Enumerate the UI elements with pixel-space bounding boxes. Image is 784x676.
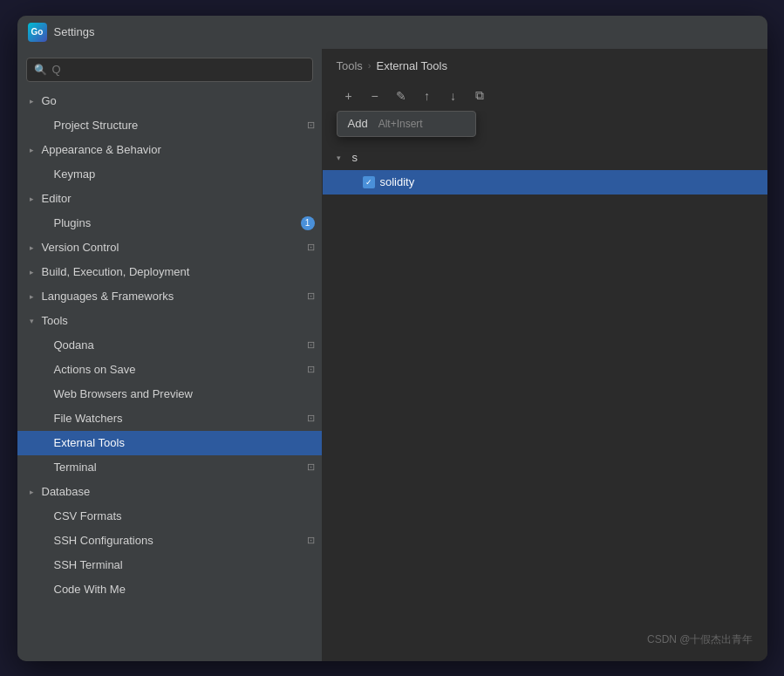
tree-item-checkbox[interactable]: ✓	[363, 176, 375, 188]
sidebar-item-label: Languages & Frameworks	[42, 290, 303, 303]
search-box[interactable]: 🔍	[26, 58, 313, 82]
chevron-icon: ▾	[26, 317, 38, 325]
dropdown-add-item[interactable]: Add Alt+Insert	[337, 112, 475, 136]
sidebar-item-tools[interactable]: ▾Tools	[17, 309, 322, 333]
tree-chevron-icon: ▾	[337, 154, 347, 162]
sidebar-item-ssh-configurations[interactable]: SSH Configurations⊡	[17, 529, 322, 553]
sidebar-item-go[interactable]: ▸Go	[17, 89, 322, 113]
tree-group-label: s	[352, 151, 358, 164]
dropdown-add-label: Add	[348, 117, 368, 130]
search-icon: 🔍	[34, 64, 47, 76]
breadcrumb-parent[interactable]: Tools	[337, 59, 363, 72]
sidebar-item-label: Version Control	[42, 241, 303, 254]
tree-area: Add Alt+Insert ▾ s ✓ solidity	[323, 111, 767, 661]
dropdown-add-shortcut: Alt+Insert	[378, 118, 423, 130]
chevron-icon: ▸	[26, 97, 38, 106]
lock-icon: ⊡	[307, 339, 315, 351]
sidebar-item-version-control[interactable]: ▸Version Control⊡	[17, 236, 322, 260]
chevron-icon: ▸	[26, 268, 38, 277]
tree-item-solidity[interactable]: ✓ solidity	[323, 170, 767, 195]
sidebar-item-languages-frameworks[interactable]: ▸Languages & Frameworks⊡	[17, 284, 322, 309]
sidebar-item-label: CSV Formats	[54, 509, 315, 522]
sidebar-item-file-watchers[interactable]: File Watchers⊡	[17, 406, 322, 431]
sidebar-item-label: Database	[42, 485, 315, 498]
sidebar-item-database[interactable]: ▸Database	[17, 480, 322, 504]
sidebar-item-project-structure[interactable]: Project Structure⊡	[17, 113, 322, 138]
toolbar: + − ✎ ↑ ↓ ⧉	[323, 81, 767, 111]
sidebar-item-label: Appearance & Behavior	[42, 143, 315, 156]
chevron-icon: ▸	[26, 488, 38, 496]
sidebar-item-label: Editor	[42, 192, 315, 205]
sidebar-item-keymap[interactable]: Keymap	[17, 162, 322, 187]
badge: 1	[301, 216, 315, 230]
remove-button[interactable]: −	[363, 85, 387, 107]
settings-window: Go Settings 🔍 ▸GoProject Structure⊡▸Appe…	[17, 16, 767, 661]
add-button[interactable]: +	[337, 85, 361, 107]
tree-group-header[interactable]: ▾ s	[323, 146, 767, 170]
sidebar-item-label: Qodana	[54, 338, 303, 352]
sidebar-item-plugins[interactable]: Plugins1	[17, 211, 322, 236]
sidebar-item-label: Go	[42, 94, 315, 107]
main-content: 🔍 ▸GoProject Structure⊡▸Appearance & Beh…	[17, 49, 767, 661]
sidebar-item-build-execution[interactable]: ▸Build, Execution, Deployment	[17, 260, 322, 284]
dropdown-menu: Add Alt+Insert	[337, 111, 476, 137]
sidebar-item-label: External Tools	[54, 436, 315, 449]
sidebar-item-label: Web Browsers and Preview	[54, 387, 315, 400]
sidebar-item-appearance-behavior[interactable]: ▸Appearance & Behavior	[17, 138, 322, 162]
sidebar-item-label: Actions on Save	[54, 363, 303, 376]
lock-icon: ⊡	[307, 535, 315, 546]
sidebar: 🔍 ▸GoProject Structure⊡▸Appearance & Beh…	[17, 49, 323, 661]
copy-button[interactable]: ⧉	[467, 85, 492, 107]
sidebar-item-qodana[interactable]: Qodana⊡	[17, 333, 322, 358]
breadcrumb-separator: ›	[368, 60, 372, 71]
search-input[interactable]	[52, 63, 305, 76]
sidebar-item-label: Terminal	[54, 461, 303, 474]
lock-icon: ⊡	[307, 242, 315, 253]
titlebar: Go Settings	[17, 16, 767, 49]
main-panel: Tools › External Tools + − ✎ ↑ ↓ ⧉ Add	[323, 49, 767, 661]
breadcrumb-current: External Tools	[377, 59, 447, 72]
sidebar-item-label: File Watchers	[54, 412, 303, 425]
chevron-icon: ▸	[26, 292, 38, 301]
sidebar-item-terminal[interactable]: Terminal⊡	[17, 455, 322, 480]
move-down-button[interactable]: ↓	[441, 85, 466, 107]
tree-item-label: solidity	[380, 175, 415, 188]
app-icon: Go	[28, 23, 47, 42]
lock-icon: ⊡	[307, 461, 315, 473]
sidebar-item-label: Project Structure	[54, 119, 303, 132]
breadcrumb: Tools › External Tools	[323, 49, 767, 81]
tree-group-s: ▾ s ✓ solidity	[323, 146, 767, 195]
chevron-icon: ▸	[26, 243, 38, 252]
sidebar-item-code-with-me[interactable]: Code With Me	[17, 577, 322, 602]
sidebar-item-label: Keymap	[54, 167, 315, 181]
edit-button[interactable]: ✎	[389, 85, 413, 107]
sidebar-item-csv-formats[interactable]: CSV Formats	[17, 504, 322, 529]
sidebar-item-external-tools[interactable]: External Tools	[17, 431, 322, 455]
sidebar-item-label: SSH Terminal	[54, 558, 315, 571]
sidebar-item-label: Tools	[42, 314, 315, 327]
sidebar-items: ▸GoProject Structure⊡▸Appearance & Behav…	[17, 89, 322, 602]
sidebar-item-ssh-terminal[interactable]: SSH Terminal	[17, 553, 322, 577]
lock-icon: ⊡	[307, 413, 315, 424]
chevron-icon: ▸	[26, 146, 38, 154]
move-up-button[interactable]: ↑	[415, 85, 440, 107]
lock-icon: ⊡	[307, 290, 315, 302]
sidebar-item-editor[interactable]: ▸Editor	[17, 187, 322, 211]
lock-icon: ⊡	[307, 119, 315, 131]
sidebar-item-actions-on-save[interactable]: Actions on Save⊡	[17, 358, 322, 382]
sidebar-item-label: Build, Execution, Deployment	[42, 265, 315, 278]
chevron-icon: ▸	[26, 195, 38, 203]
window-title: Settings	[54, 25, 95, 38]
lock-icon: ⊡	[307, 364, 315, 375]
sidebar-item-label: Plugins	[54, 216, 297, 229]
sidebar-item-web-browsers[interactable]: Web Browsers and Preview	[17, 382, 322, 406]
sidebar-item-label: SSH Configurations	[54, 534, 303, 547]
watermark: CSDN @十假杰出青年	[647, 632, 753, 647]
sidebar-item-label: Code With Me	[54, 583, 315, 596]
